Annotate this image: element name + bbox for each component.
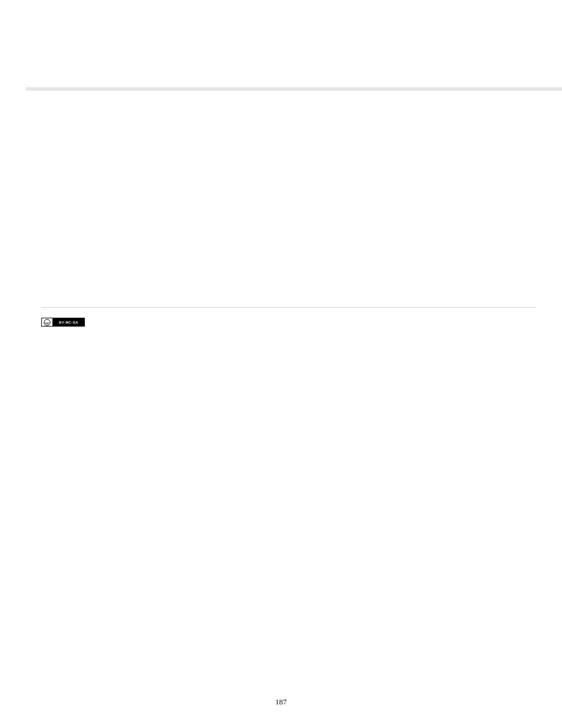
document-page: cc BY-NC-SA 187 bbox=[0, 0, 562, 728]
section-divider bbox=[41, 307, 536, 308]
cc-license-badge: cc BY-NC-SA bbox=[41, 318, 85, 327]
cc-terms-label: BY-NC-SA bbox=[53, 318, 84, 326]
header-rule bbox=[26, 87, 562, 91]
page-number: 187 bbox=[0, 697, 562, 707]
svg-text:cc: cc bbox=[45, 321, 49, 324]
cc-logo-icon: cc bbox=[42, 318, 53, 326]
